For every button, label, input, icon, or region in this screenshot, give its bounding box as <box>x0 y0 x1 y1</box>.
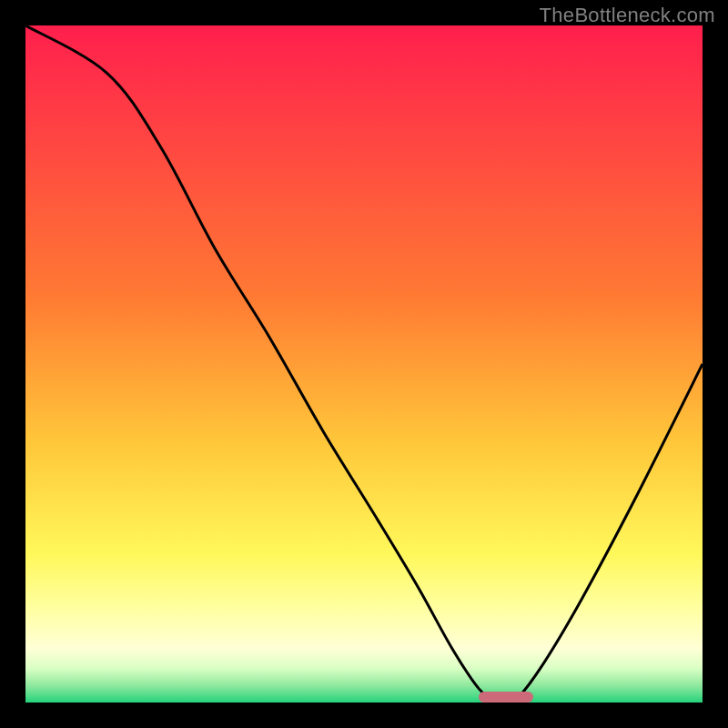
attribution-label: TheBottleneck.com <box>540 4 715 27</box>
plot-area <box>25 25 703 703</box>
balance-marker <box>479 692 533 703</box>
plot-frame <box>25 25 703 703</box>
chart-svg <box>25 25 703 703</box>
severity-gradient-rect <box>25 25 703 703</box>
